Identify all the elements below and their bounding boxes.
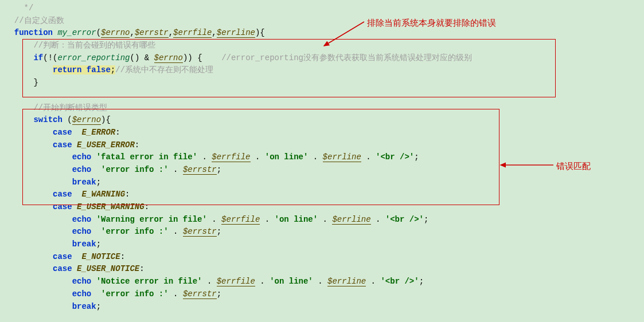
comment-custom-fn: //自定义函数 [14, 16, 64, 25]
comment-close: */ [19, 3, 33, 13]
code-block: */ //自定义函数 function my_error($errno,$err… [0, 0, 644, 313]
fn-name: my_error [57, 28, 96, 37]
comment-switch: //开始判断错误类型 [33, 103, 107, 112]
keyword-function: function [14, 28, 53, 37]
annotation-match: 错误匹配 [556, 159, 591, 172]
annotation-exclude: 排除当前系统本身就要排除的错误 [367, 16, 496, 29]
comment-judge: //判断：当前会碰到的错误有哪些 [33, 41, 155, 50]
